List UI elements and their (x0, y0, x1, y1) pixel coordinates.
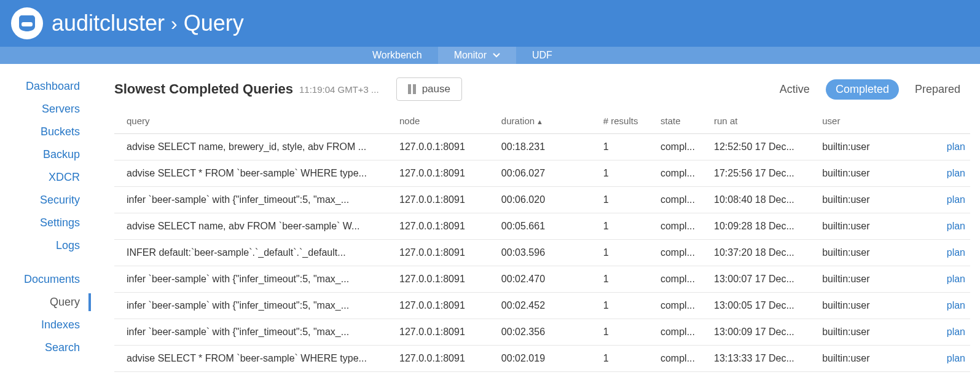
cell-run_at: 10:09:28 18 Dec... (709, 213, 817, 240)
pause-button[interactable]: pause (396, 77, 462, 101)
cell-results: 1 (598, 319, 656, 346)
col-duration[interactable]: duration▲ (496, 109, 598, 134)
cell-duration: 00:02.470 (496, 266, 598, 293)
cell-user: builtin:user (817, 266, 932, 293)
cell-node: 127.0.0.1:8091 (394, 213, 496, 240)
cell-state: compl... (656, 187, 709, 213)
cell-run_at: 10:08:40 18 Dec... (709, 187, 817, 213)
cell-run_at: 13:00:09 17 Dec... (709, 319, 817, 346)
cell-node: 127.0.0.1:8091 (394, 160, 496, 187)
sidebar-item-query[interactable]: Query (24, 291, 91, 314)
plan-link[interactable]: plan (947, 221, 965, 231)
cell-plan: plan (932, 213, 970, 240)
cluster-name[interactable]: auditcluster (52, 10, 165, 36)
table-row[interactable]: advise SELECT name, brewery_id, style, a… (114, 134, 970, 160)
table-row[interactable]: advise SELECT * FROM `beer-sample` WHERE… (114, 160, 970, 187)
page-title: Slowest Completed Queries (114, 81, 293, 97)
cell-state: compl... (656, 240, 709, 266)
col-runat[interactable]: run at (709, 109, 817, 134)
cell-state: compl... (656, 134, 709, 160)
cell-duration: 00:02.452 (496, 293, 598, 319)
plan-link[interactable]: plan (947, 194, 965, 205)
cell-run_at: 13:13:33 17 Dec... (709, 346, 817, 372)
plan-link[interactable]: plan (947, 247, 965, 258)
cell-state: compl... (656, 346, 709, 372)
cell-node: 127.0.0.1:8091 (394, 319, 496, 346)
table-row[interactable]: infer `beer-sample` with {"infer_timeout… (114, 293, 970, 319)
cell-results: 1 (598, 134, 656, 160)
sidebar-item-documents[interactable]: Documents (24, 268, 91, 291)
table-row[interactable]: INFER default:`beer-sample`.`_default`.`… (114, 240, 970, 266)
cell-query: infer `beer-sample` with {"infer_timeout… (114, 266, 394, 293)
col-query[interactable]: query (114, 109, 394, 134)
cell-duration: 00:06.027 (496, 160, 598, 187)
cell-results: 1 (598, 293, 656, 319)
tab-udf[interactable]: UDF (516, 47, 568, 64)
cell-query: INFER default:`beer-sample`.`_default`.`… (114, 240, 394, 266)
cell-state: compl... (656, 160, 709, 187)
sidebar-item-search[interactable]: Search (24, 336, 91, 359)
cell-run_at: 13:00:07 17 Dec... (709, 266, 817, 293)
cell-user: builtin:user (817, 160, 932, 187)
table-row[interactable]: advise SELECT * FROM `beer-sample` WHERE… (114, 346, 970, 372)
cell-run_at: 13:00:05 17 Dec... (709, 293, 817, 319)
main-content: Slowest Completed Queries 11:19:04 GMT+3… (91, 64, 980, 372)
plan-link[interactable]: plan (947, 353, 965, 363)
cell-results: 1 (598, 240, 656, 266)
cell-query: infer `beer-sample` with {"infer_timeout… (114, 319, 394, 346)
cell-user: builtin:user (817, 240, 932, 266)
header: auditcluster › Query (0, 0, 980, 47)
tab-monitor[interactable]: Monitor (438, 47, 516, 64)
col-node[interactable]: node (394, 109, 496, 134)
cell-query: infer `beer-sample` with {"infer_timeout… (114, 293, 394, 319)
plan-link[interactable]: plan (947, 300, 965, 311)
cell-plan: plan (932, 160, 970, 187)
cell-results: 1 (598, 266, 656, 293)
sidebar-item-xdcr[interactable]: XDCR (26, 166, 91, 189)
tab-workbench[interactable]: Workbench (356, 47, 438, 64)
cell-query: advise SELECT name, abv FROM `beer-sampl… (114, 213, 394, 240)
sidebar-item-buckets[interactable]: Buckets (26, 121, 91, 143)
filter-prepared[interactable]: Prepared (905, 79, 970, 100)
sidebar-item-dashboard[interactable]: Dashboard (26, 75, 91, 98)
filter-completed[interactable]: Completed (826, 79, 899, 100)
sidebar-item-servers[interactable]: Servers (26, 98, 91, 121)
cell-results: 1 (598, 213, 656, 240)
sidebar-item-settings[interactable]: Settings (26, 212, 91, 234)
filter-active[interactable]: Active (770, 79, 820, 100)
cell-duration: 00:03.596 (496, 240, 598, 266)
cell-duration: 00:02.356 (496, 319, 598, 346)
col-results[interactable]: # results (598, 109, 656, 134)
table-row[interactable]: infer `beer-sample` with {"infer_timeout… (114, 266, 970, 293)
cell-run_at: 12:52:50 17 Dec... (709, 134, 817, 160)
cell-duration: 00:06.020 (496, 187, 598, 213)
col-user[interactable]: user (817, 109, 932, 134)
cell-query: advise SELECT * FROM `beer-sample` WHERE… (114, 160, 394, 187)
logo-glyph (18, 15, 36, 31)
cell-state: compl... (656, 266, 709, 293)
plan-link[interactable]: plan (947, 168, 965, 178)
sidebar-item-backup[interactable]: Backup (26, 143, 91, 166)
table-header-row: query node duration▲ # results state run… (114, 109, 970, 134)
sidebar-item-indexes[interactable]: Indexes (24, 314, 91, 336)
cell-state: compl... (656, 319, 709, 346)
table-row[interactable]: infer `beer-sample` with {"infer_timeout… (114, 319, 970, 346)
col-state[interactable]: state (656, 109, 709, 134)
sidebar-item-logs[interactable]: Logs (26, 234, 91, 257)
cell-node: 127.0.0.1:8091 (394, 346, 496, 372)
cell-user: builtin:user (817, 346, 932, 372)
tab-label: Workbench (372, 50, 422, 61)
tab-label: UDF (532, 50, 552, 61)
sidebar-item-security[interactable]: Security (26, 189, 91, 212)
refresh-timestamp: 11:19:04 GMT+3 ... (299, 84, 379, 95)
table-row[interactable]: infer `beer-sample` with {"infer_timeout… (114, 187, 970, 213)
plan-link[interactable]: plan (947, 327, 965, 337)
cell-results: 1 (598, 187, 656, 213)
cell-run_at: 10:37:20 18 Dec... (709, 240, 817, 266)
plan-link[interactable]: plan (947, 274, 965, 284)
chevron-down-icon (493, 53, 500, 58)
table-row[interactable]: advise SELECT name, abv FROM `beer-sampl… (114, 213, 970, 240)
cell-plan: plan (932, 346, 970, 372)
plan-link[interactable]: plan (947, 141, 965, 152)
tab-label: Monitor (454, 50, 487, 61)
